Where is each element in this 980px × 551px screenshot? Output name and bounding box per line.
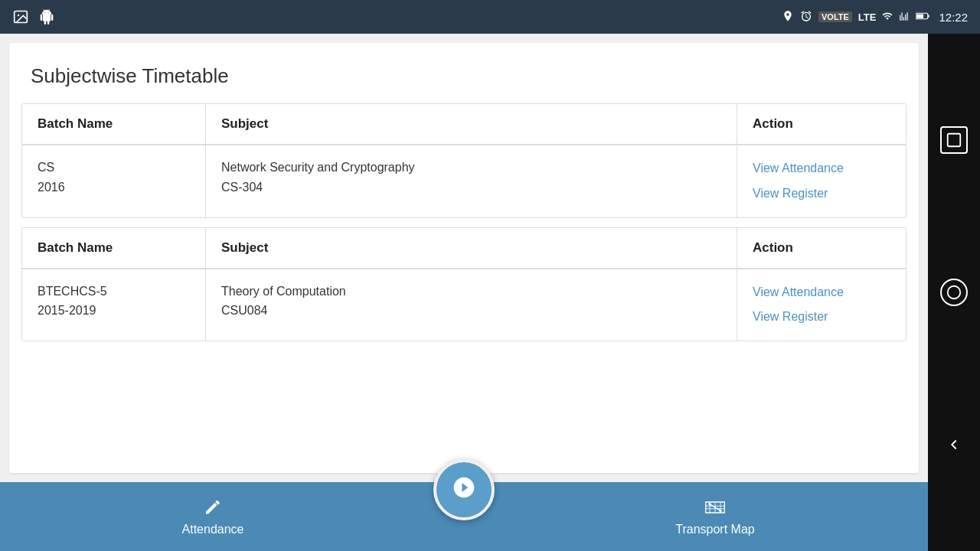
table-section-1: Batch Name Subject Action CS 2016 Networ…	[21, 103, 906, 218]
table2-batch-year: 2015-2019	[38, 301, 190, 321]
svg-point-1	[18, 15, 19, 17]
table2-action-cell: View Attendance View Register	[737, 269, 906, 341]
table2-subject-name: Theory of Computation	[221, 282, 721, 302]
bottom-nav-bar: Attendance Transport Map	[0, 482, 928, 551]
main-wrapper: Subjectwise Timetable Batch Name Subject…	[0, 34, 980, 551]
table2-batch-header: Batch Name	[22, 228, 206, 268]
nav-attendance[interactable]: Attendance	[0, 497, 426, 536]
signal1-icon	[882, 11, 893, 24]
table2-subject-code: CSU084	[221, 301, 721, 321]
fab-center-button[interactable]	[433, 459, 495, 520]
table2-action-header: Action	[737, 228, 906, 268]
table2-view-register-link[interactable]: View Register	[753, 306, 890, 328]
table1-batch-header: Batch Name	[22, 104, 206, 144]
table1-subject-header: Subject	[206, 104, 737, 144]
transport-icon	[704, 497, 726, 518]
app-content: Subjectwise Timetable Batch Name Subject…	[0, 34, 928, 551]
table1-view-attendance-link[interactable]: View Attendance	[753, 158, 890, 180]
battery-icon	[916, 11, 929, 24]
lte-text: LTE	[858, 11, 877, 23]
svg-point-8	[948, 286, 961, 299]
android-nav-buttons	[928, 34, 980, 551]
table1-batch-name: CS	[38, 158, 190, 178]
page-title: Subjectwise Timetable	[9, 43, 919, 103]
table1-subject-code: CS-304	[221, 178, 721, 197]
table1-subject-name: Network Security and Cryptography	[221, 158, 721, 178]
table2-subject-cell: Theory of Computation CSU084	[206, 269, 737, 341]
nav-transport-map[interactable]: Transport Map	[502, 497, 928, 536]
table1-view-register-link[interactable]: View Register	[753, 183, 890, 205]
status-bar: VOLTE LTE 12:22	[0, 0, 980, 34]
location-icon	[782, 10, 794, 24]
android-icon	[38, 8, 55, 25]
table2-data-row: BTECHCS-5 2015-2019 Theory of Computatio…	[22, 269, 906, 341]
table1-action-cell: View Attendance View Register	[737, 145, 906, 217]
table2-subject-header: Subject	[206, 228, 737, 268]
table1-subject-cell: Network Security and Cryptography CS-304	[206, 145, 737, 217]
gallery-icon	[12, 8, 29, 25]
table-section-2: Batch Name Subject Action BTECHCS-5 2015…	[21, 227, 906, 342]
table1-header-row: Batch Name Subject Action	[22, 104, 906, 145]
table1-batch-year: 2016	[38, 178, 190, 197]
square-button[interactable]	[940, 126, 968, 154]
fab-icon	[452, 475, 476, 505]
table2-batch-name: BTECHCS-5	[38, 282, 190, 302]
attendance-nav-label: Attendance	[182, 523, 244, 536]
table1-action-header: Action	[737, 104, 906, 144]
volte-badge: VOLTE	[818, 11, 852, 22]
content-card: Subjectwise Timetable Batch Name Subject…	[9, 43, 919, 473]
back-button[interactable]	[940, 431, 968, 458]
home-button[interactable]	[940, 279, 968, 306]
svg-rect-3	[929, 15, 930, 18]
table1-data-row: CS 2016 Network Security and Cryptograph…	[22, 145, 906, 217]
signal2-icon	[899, 11, 910, 24]
attendance-icon	[202, 497, 224, 518]
status-bar-right: VOLTE LTE 12:22	[782, 10, 968, 24]
svg-rect-7	[948, 134, 961, 147]
time-display: 12:22	[939, 11, 968, 24]
table2-header-row: Batch Name Subject Action	[22, 228, 906, 269]
table1-batch-cell: CS 2016	[22, 145, 206, 217]
alarm-icon	[800, 10, 812, 24]
transport-nav-label: Transport Map	[675, 523, 754, 536]
status-bar-left	[12, 8, 55, 25]
svg-rect-4	[917, 14, 924, 18]
table2-view-attendance-link[interactable]: View Attendance	[753, 282, 890, 304]
table2-batch-cell: BTECHCS-5 2015-2019	[22, 269, 206, 341]
